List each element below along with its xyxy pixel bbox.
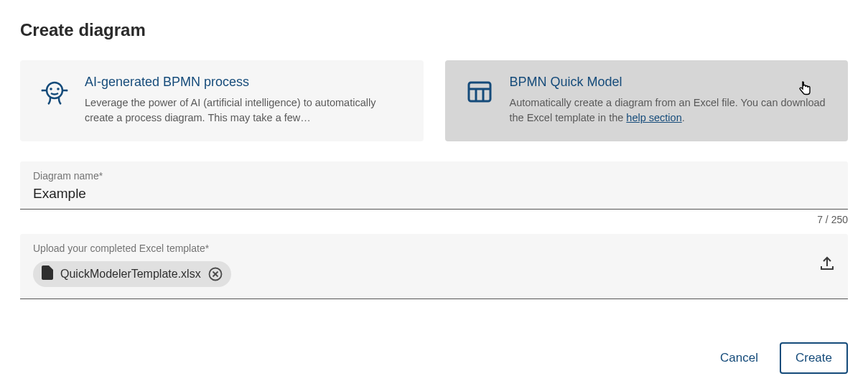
pointer-cursor-icon <box>798 80 812 99</box>
diagram-name-label: Diagram name* <box>33 170 835 182</box>
card-ai-title: AI-generated BPMN process <box>85 75 403 90</box>
svg-rect-7 <box>469 83 490 101</box>
svg-point-1 <box>50 88 52 90</box>
file-chip: QuickModelerTemplate.xlsx <box>33 261 231 287</box>
dialog-footer: Cancel Create <box>20 342 848 374</box>
diagram-name-input[interactable] <box>33 184 835 203</box>
svg-point-2 <box>57 88 60 90</box>
card-quick-desc-post: . <box>682 112 685 123</box>
card-bpmn-quick-model[interactable]: BPMN Quick Model Automatically create a … <box>445 60 849 141</box>
char-counter: 7 / 250 <box>20 214 848 225</box>
option-cards-row: AI-generated BPMN process Leverage the p… <box>20 60 848 141</box>
card-quick-title: BPMN Quick Model <box>510 75 829 90</box>
card-ai-description: Leverage the power of AI (artificial int… <box>85 95 403 126</box>
card-ai-generated[interactable]: AI-generated BPMN process Leverage the p… <box>20 60 424 141</box>
diagram-name-field[interactable]: Diagram name* <box>20 161 848 210</box>
file-chip-name: QuickModelerTemplate.xlsx <box>60 268 201 281</box>
card-quick-description: Automatically create a diagram from an E… <box>510 95 829 126</box>
svg-point-5 <box>42 90 44 92</box>
cancel-button[interactable]: Cancel <box>714 345 764 371</box>
upload-template-field[interactable]: Upload your completed Excel template* Qu… <box>20 234 848 299</box>
page-title: Create diagram <box>20 20 848 40</box>
robot-icon <box>40 75 69 126</box>
svg-point-6 <box>66 90 68 92</box>
svg-point-0 <box>47 83 62 98</box>
table-icon <box>465 75 494 126</box>
help-section-link[interactable]: help section <box>626 112 681 123</box>
create-button[interactable]: Create <box>780 342 848 374</box>
upload-icon[interactable] <box>819 243 835 274</box>
file-icon <box>42 265 53 283</box>
upload-label: Upload your completed Excel template* <box>33 243 811 254</box>
remove-file-button[interactable] <box>208 267 223 281</box>
